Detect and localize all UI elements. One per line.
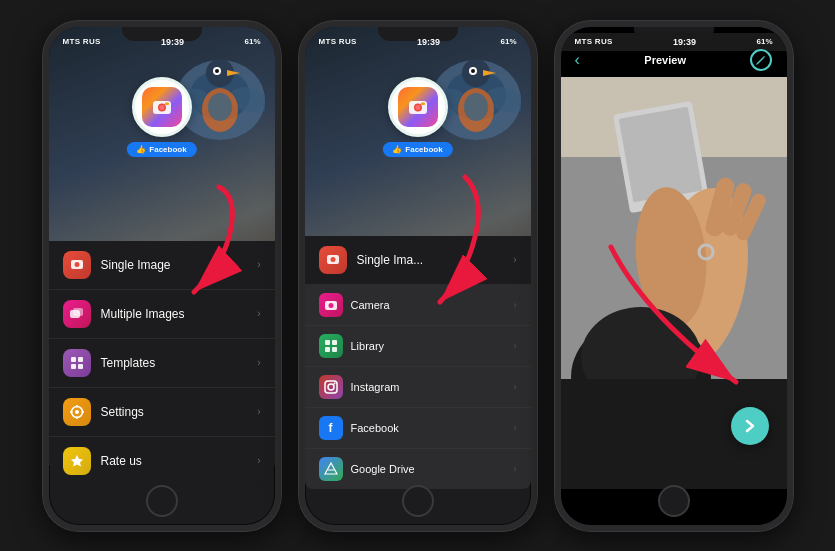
menu-item-multiple-images[interactable]: Multiple Images ›: [49, 290, 275, 339]
svg-marker-28: [71, 455, 83, 467]
library-sub-icon: [319, 334, 343, 358]
svg-rect-49: [332, 340, 337, 345]
google-drive-sub-icon: [319, 457, 343, 481]
chevron-1: ›: [257, 259, 260, 270]
fb-thumb-icon: 👍: [136, 145, 146, 154]
rate-us-label: Rate us: [101, 454, 258, 468]
camera-sub-label: Camera: [351, 299, 514, 311]
svg-point-7: [215, 69, 219, 73]
camera-app-icon: [151, 96, 173, 118]
multiple-images-icon: [63, 300, 91, 328]
instagram-sub-label: Instagram: [351, 381, 514, 393]
sub-item-facebook[interactable]: f Facebook ›: [305, 408, 531, 449]
settings-icon: [63, 398, 91, 426]
fb-thumb-icon-2: 👍: [392, 145, 402, 154]
menu-item-templates[interactable]: Templates ›: [49, 339, 275, 388]
home-button-2[interactable]: [402, 485, 434, 517]
next-button[interactable]: [731, 407, 769, 445]
chevron-5: ›: [257, 455, 260, 466]
svg-point-47: [328, 303, 333, 308]
svg-point-53: [328, 384, 334, 390]
single-image-label-2: Single Ima...: [357, 253, 514, 267]
phone-3: MTS RUS 19:39 61% ‹ Preview: [555, 21, 793, 531]
battery-2: 61%: [500, 37, 516, 46]
status-bar-1: MTS RUS 19:39 61%: [49, 33, 275, 51]
templates-label: Templates: [101, 356, 258, 370]
chevron-sub: ›: [513, 254, 516, 265]
home-button-3[interactable]: [658, 485, 690, 517]
svg-point-42: [415, 105, 420, 110]
svg-point-9: [208, 93, 232, 121]
menu-item-single-image[interactable]: Single Image ›: [49, 241, 275, 290]
facebook-sub-icon: f: [319, 416, 343, 440]
preview-title: Preview: [644, 54, 686, 66]
svg-point-15: [74, 262, 79, 267]
home-button-1[interactable]: [146, 485, 178, 517]
svg-point-45: [330, 257, 335, 262]
sub-item-camera[interactable]: Camera ›: [305, 285, 531, 326]
svg-rect-21: [78, 364, 83, 369]
battery-1: 61%: [244, 37, 260, 46]
pencil-icon: [755, 54, 767, 66]
svg-point-39: [464, 93, 488, 121]
fb-label-2: Facebook: [405, 145, 442, 154]
facebook-badge-1: 👍 Facebook: [126, 142, 196, 157]
menu-list-1: Single Image › Multiple Images › Templat…: [49, 241, 275, 489]
time-3: 19:39: [673, 37, 696, 47]
carrier-3: MTS RUS: [575, 37, 613, 46]
fb-label-1: Facebook: [149, 145, 186, 154]
svg-rect-43: [421, 102, 425, 105]
carrier-2: MTS RUS: [319, 37, 357, 46]
google-drive-sub-label: Google Drive: [351, 463, 514, 475]
back-button[interactable]: ‹: [575, 51, 580, 69]
time-2: 19:39: [417, 37, 440, 47]
instagram-sub-icon: [319, 375, 343, 399]
settings-label: Settings: [101, 405, 258, 419]
chevron-3: ›: [257, 357, 260, 368]
svg-rect-50: [325, 347, 330, 352]
menu-item-rate-us[interactable]: Rate us ›: [49, 437, 275, 489]
chevron-2: ›: [257, 308, 260, 319]
app-icon-2: [388, 77, 448, 137]
sub-item-instagram[interactable]: Instagram ›: [305, 367, 531, 408]
library-chevron: ›: [514, 341, 517, 351]
svg-point-12: [159, 105, 164, 110]
menu-item-settings[interactable]: Settings ›: [49, 388, 275, 437]
single-image-icon: [63, 251, 91, 279]
phone-1: MTS RUS 19:39 61% 👍 Facebook: [43, 21, 281, 531]
camera-chevron: ›: [514, 300, 517, 310]
preview-image: [561, 77, 787, 417]
time-1: 19:39: [161, 37, 184, 47]
battery-3: 61%: [756, 37, 772, 46]
preview-photo-area: [561, 77, 787, 417]
svg-rect-48: [325, 340, 330, 345]
sub-item-library[interactable]: Library ›: [305, 326, 531, 367]
multiple-images-label: Multiple Images: [101, 307, 258, 321]
svg-rect-18: [71, 357, 76, 362]
menu-item-single-image-2[interactable]: Single Ima... ›: [305, 236, 531, 285]
rate-icon: [63, 447, 91, 475]
svg-rect-17: [73, 308, 83, 316]
app-icon-1: [132, 77, 192, 137]
svg-rect-51: [332, 347, 337, 352]
app-icon-inner-1: [142, 87, 182, 127]
library-sub-label: Library: [351, 340, 514, 352]
svg-point-37: [471, 69, 475, 73]
arrow-right-icon: [741, 417, 759, 435]
menu-list-2: Single Ima... › Camera › Library ›: [305, 236, 531, 489]
sub-item-google-drive[interactable]: Google Drive ›: [305, 449, 531, 489]
svg-rect-13: [165, 102, 169, 105]
instagram-chevron: ›: [514, 382, 517, 392]
phone-2: MTS RUS 19:39 61% 👍 Facebook: [299, 21, 537, 531]
facebook-chevron: ›: [514, 423, 517, 433]
edit-button[interactable]: [750, 49, 772, 71]
svg-point-23: [75, 410, 79, 414]
svg-point-54: [333, 382, 335, 384]
facebook-sub-label: Facebook: [351, 422, 514, 434]
chevron-4: ›: [257, 406, 260, 417]
single-image-label: Single Image: [101, 258, 258, 272]
status-bar-2: MTS RUS 19:39 61%: [305, 33, 531, 51]
templates-icon: [63, 349, 91, 377]
svg-marker-55: [325, 463, 337, 474]
app-icon-inner-2: [398, 87, 438, 127]
